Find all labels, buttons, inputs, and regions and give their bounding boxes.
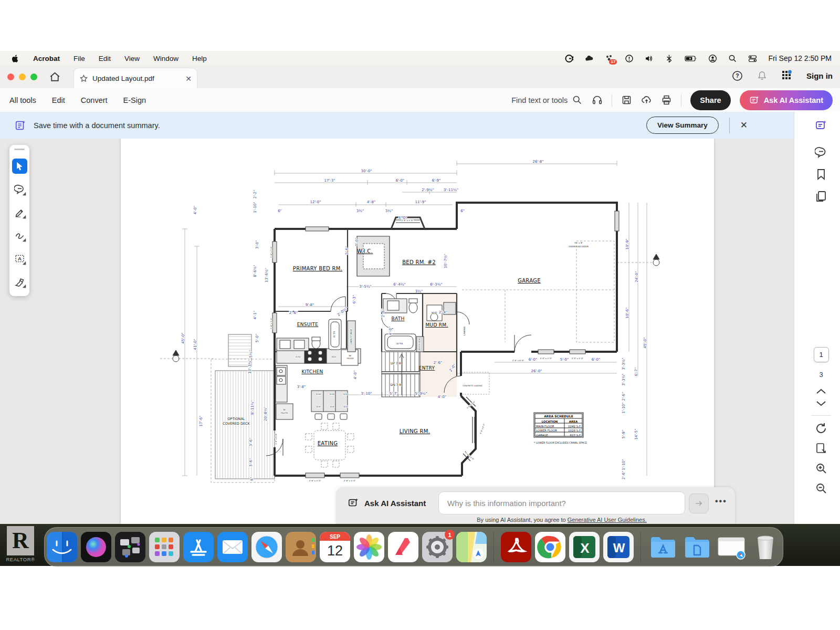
menu-view[interactable]: View xyxy=(124,55,140,62)
dock-excel[interactable]: X xyxy=(569,532,600,562)
dock-acrobat[interactable] xyxy=(501,532,531,562)
dock-contacts[interactable] xyxy=(286,532,316,562)
menu-edit[interactable]: Edit xyxy=(99,55,111,62)
dock-mission-control[interactable] xyxy=(115,532,145,562)
comment-tool-button[interactable] xyxy=(9,177,29,201)
dimension-label: 3½" xyxy=(385,209,393,213)
dock-photos[interactable] xyxy=(354,532,384,562)
dock-settings[interactable]: 1 xyxy=(422,532,453,562)
zoom-in-icon[interactable] xyxy=(815,462,827,475)
volume-icon[interactable] xyxy=(645,54,654,63)
dimension-label: 8'-11¼" xyxy=(250,400,255,415)
ai-guidelines-link[interactable]: Generative AI User Guidelines. xyxy=(568,517,647,523)
read-aloud-icon[interactable] xyxy=(592,94,603,106)
dock-finder[interactable] xyxy=(47,532,77,562)
select-tool-button[interactable] xyxy=(9,154,29,177)
notifications-bell-icon[interactable] xyxy=(757,70,768,81)
nav-edit[interactable]: Edit xyxy=(52,96,65,104)
svg-text:A: A xyxy=(18,256,22,261)
banner-close-icon[interactable]: ✕ xyxy=(740,120,748,131)
apps-grid-icon[interactable] xyxy=(781,70,793,81)
right-sidebar: 1 3 xyxy=(794,112,840,524)
print-icon[interactable] xyxy=(661,94,672,106)
dock-word[interactable]: W xyxy=(603,532,634,562)
account-icon[interactable] xyxy=(708,54,717,63)
highlight-tool-button[interactable] xyxy=(9,201,29,224)
dock-minimized-window[interactable] xyxy=(716,532,747,562)
dock-safari[interactable] xyxy=(251,532,282,562)
menu-help[interactable]: Help xyxy=(192,55,207,62)
zoom-window-button[interactable] xyxy=(30,74,37,80)
dock-mail[interactable] xyxy=(217,532,248,562)
sign-tool-button[interactable] xyxy=(9,270,29,293)
find-text-button[interactable]: Find text or tools xyxy=(511,94,583,106)
nav-all-tools[interactable]: All tools xyxy=(9,96,36,104)
help-icon[interactable]: ? xyxy=(732,70,743,81)
dock-news[interactable] xyxy=(388,532,418,562)
search-icon[interactable] xyxy=(728,54,737,63)
dock-maps[interactable] xyxy=(456,532,487,562)
minimize-window-button[interactable] xyxy=(19,74,26,80)
drag-handle[interactable] xyxy=(14,149,25,150)
alert-icon[interactable] xyxy=(625,54,634,63)
comments-sidebar-icon[interactable] xyxy=(815,146,827,159)
toolbar-divider xyxy=(681,94,681,107)
zoom-out-icon[interactable] xyxy=(815,482,827,495)
nav-convert[interactable]: Convert xyxy=(81,96,108,104)
cloud-upload-icon[interactable] xyxy=(641,94,652,106)
settings-badge: 1 xyxy=(445,530,455,540)
dimension-label: 6'-7" xyxy=(634,368,638,376)
dock-trash[interactable] xyxy=(750,532,781,562)
dimension-label: 17'-6" xyxy=(199,415,203,426)
ai-assistant-label: Ask AI Assistant xyxy=(364,499,426,508)
chevron-down-icon[interactable] xyxy=(815,400,827,408)
chevron-up-icon[interactable] xyxy=(815,387,827,395)
battery-icon[interactable] xyxy=(685,54,697,63)
share-button[interactable]: Share xyxy=(690,90,730,110)
dock-calendar[interactable]: SEP12 xyxy=(320,532,350,562)
sign-in-button[interactable]: Sign in xyxy=(806,71,833,80)
menu-window[interactable]: Window xyxy=(153,55,178,62)
save-icon[interactable] xyxy=(621,94,632,106)
dock-folder-docs[interactable] xyxy=(682,532,712,562)
menu-app-name[interactable]: Acrobat xyxy=(33,55,60,62)
dimension-label: 30'-0" xyxy=(361,169,372,173)
control-center-icon[interactable] xyxy=(748,54,757,63)
close-window-button[interactable] xyxy=(7,74,14,80)
ai-question-input[interactable]: Why is this information important? xyxy=(438,491,685,514)
ai-more-options-button[interactable]: ••• xyxy=(715,497,727,506)
cloud-icon[interactable] xyxy=(585,54,594,63)
dimension-label: 5'-7" xyxy=(390,392,398,396)
bookmarks-sidebar-icon[interactable] xyxy=(815,168,827,181)
pages-sidebar-icon[interactable] xyxy=(815,190,827,203)
fit-page-icon[interactable] xyxy=(815,442,827,455)
dock-folder-apps[interactable] xyxy=(648,532,678,562)
dock-launchpad[interactable] xyxy=(149,532,180,562)
view-summary-button[interactable]: View Summary xyxy=(646,117,719,134)
ai-send-button[interactable] xyxy=(689,494,709,513)
home-icon[interactable] xyxy=(48,70,61,83)
current-page-input[interactable]: 1 xyxy=(814,347,829,362)
star-icon[interactable] xyxy=(79,74,88,83)
bluetooth-icon[interactable] xyxy=(665,54,674,63)
dock-app-store[interactable] xyxy=(183,532,214,562)
dimension-label: 6'-0" xyxy=(592,358,601,362)
ask-ai-assistant-button[interactable]: Ask AI Assistant xyxy=(740,90,833,110)
rotate-refresh-icon[interactable] xyxy=(815,422,827,435)
apple-logo-icon[interactable] xyxy=(10,54,19,63)
dimension-label: 6" xyxy=(460,209,465,213)
grammarly-icon[interactable] xyxy=(565,54,574,63)
document-tab[interactable]: Updated Layout.pdf ✕ xyxy=(74,68,197,89)
tab-close-icon[interactable]: ✕ xyxy=(185,75,192,83)
menu-file[interactable]: File xyxy=(74,55,85,62)
dimension-label: 3'-5½" xyxy=(359,285,371,289)
textbox-tool-button[interactable]: A xyxy=(9,247,29,270)
updates-icon[interactable]: 17 xyxy=(605,54,614,63)
menu-clock[interactable]: Fri Sep 12 2:50 PM xyxy=(768,54,832,62)
dock-siri[interactable] xyxy=(81,532,111,562)
nav-esign[interactable]: E-Sign xyxy=(123,96,146,104)
ai-assistant-sidebar-icon[interactable] xyxy=(815,119,827,132)
draw-tool-button[interactable] xyxy=(9,224,29,247)
dimension-label: 3'-3½" xyxy=(622,358,626,370)
dock-chrome[interactable] xyxy=(535,532,565,562)
